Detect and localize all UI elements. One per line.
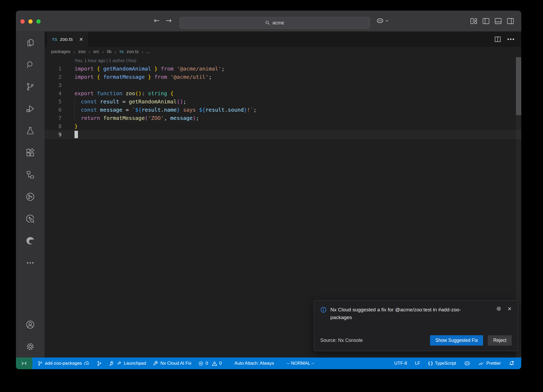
show-suggested-fix-button[interactable]: Show Suggested Fix: [430, 335, 483, 346]
gitlens-blame-annotation[interactable]: You, 1 hour ago | 1 author (You): [45, 56, 521, 65]
code-line-8[interactable]: 8}: [45, 122, 521, 130]
code-text: [62, 81, 75, 89]
nx-cloud-ai-fix-status[interactable]: Nx Cloud AI Fix: [153, 361, 191, 366]
notification-close-icon[interactable]: ✕: [507, 306, 512, 312]
line-number: 2: [45, 73, 62, 81]
line-number: 1: [45, 65, 62, 73]
command-center-text: acme: [272, 20, 284, 26]
toggle-primary-sidebar-icon[interactable]: [483, 18, 489, 24]
toggle-secondary-sidebar-icon[interactable]: [507, 18, 514, 24]
navigate-back-button[interactable]: ←: [154, 16, 160, 24]
close-window-button[interactable]: [20, 19, 25, 24]
indent-guide: [75, 98, 75, 122]
chevron-right-icon: ›: [102, 49, 104, 55]
code-line-4[interactable]: 4export function zoo(): string {: [45, 89, 521, 98]
extensions-icon[interactable]: [16, 142, 45, 164]
braces-icon: { }: [428, 361, 433, 366]
notifications-bell-icon[interactable]: [509, 361, 514, 366]
customize-layout-icon[interactable]: [470, 18, 477, 24]
code-line-1[interactable]: 1import { getRandomAnimal } from '@acme/…: [45, 65, 521, 73]
line-number: 8: [45, 122, 62, 130]
commit-graph-status[interactable]: [97, 361, 102, 366]
testing-icon[interactable]: [16, 120, 45, 142]
copilot-icon[interactable]: [376, 18, 384, 24]
window-controls: [20, 19, 41, 24]
copilot-icon: [464, 361, 470, 366]
editor-scrollbar-thumb[interactable]: [516, 57, 521, 115]
remote-indicator[interactable]: [16, 358, 32, 369]
navigate-forward-button[interactable]: →: [166, 16, 172, 24]
launchpad-status[interactable]: Launchpad: [109, 361, 146, 366]
typescript-file-icon: TS: [119, 50, 124, 54]
notification-source: Source: Nx Console: [320, 338, 363, 343]
problems-status[interactable]: 0 0: [198, 361, 222, 366]
source-control-icon[interactable]: [16, 76, 45, 98]
plug-icon: [116, 361, 122, 366]
formatter-status[interactable]: Prettier: [478, 361, 501, 366]
code-line-5[interactable]: 5 const result = getRandomAnimal();: [45, 98, 521, 106]
git-branch-status[interactable]: add-zoo-packages: [38, 361, 90, 366]
toggle-panel-icon[interactable]: [495, 18, 502, 24]
nx-console-icon[interactable]: [16, 186, 45, 208]
copilot-status[interactable]: [464, 361, 470, 366]
breadcrumb-symbol-ellipsis[interactable]: ...: [146, 49, 150, 54]
breadcrumbs: packages › zoo › src › lib › TS zoo.ts ›…: [45, 47, 521, 56]
errors-icon: [198, 361, 203, 366]
language-mode-status[interactable]: { } TypeScript: [428, 361, 456, 366]
breadcrumb-file[interactable]: zoo.ts: [126, 49, 138, 54]
run-debug-icon[interactable]: [16, 98, 45, 120]
breadcrumb-lib[interactable]: lib: [107, 49, 111, 54]
hierarchy-view-icon[interactable]: [16, 164, 45, 186]
chevron-right-icon: ›: [115, 49, 116, 55]
split-editor-icon[interactable]: [494, 36, 501, 42]
accounts-icon[interactable]: [16, 313, 45, 336]
activity-bar: [16, 32, 45, 358]
chevron-down-icon[interactable]: [385, 20, 389, 22]
code-lines: 1import { getRandomAnimal } from '@acme/…: [45, 65, 521, 139]
code-text: const result = getRandomAnimal();: [62, 98, 186, 106]
notification-toast: Nx Cloud suggested a fix for @acme/zoo:t…: [314, 300, 518, 351]
code-text: return formatMessage('ZOO', message);: [62, 114, 199, 122]
code-text: import { getRandomAnimal } from '@acme/a…: [62, 65, 225, 73]
explorer-icon[interactable]: [16, 32, 45, 54]
search-icon: [265, 20, 270, 25]
command-center[interactable]: acme: [179, 17, 370, 29]
tab-close-icon[interactable]: ✕: [79, 36, 83, 42]
line-number: 3: [45, 81, 62, 89]
breadcrumb-src[interactable]: src: [93, 49, 99, 54]
chevron-right-icon: ›: [88, 49, 90, 55]
encoding-status[interactable]: UTF-8: [394, 361, 407, 366]
warnings-icon: [212, 361, 217, 366]
code-text: [62, 130, 78, 139]
line-number: 4: [45, 89, 62, 98]
title-bar: ← → acme: [16, 11, 521, 32]
code-line-2[interactable]: 2import { formatMessage } from '@acme/ut…: [45, 73, 521, 81]
code-line-7[interactable]: 7 return formatMessage('ZOO', message);: [45, 114, 521, 122]
eol-status[interactable]: LF: [415, 361, 420, 366]
code-line-9[interactable]: 9: [45, 130, 521, 139]
line-number: 6: [45, 106, 62, 114]
additional-views-icon[interactable]: [16, 252, 45, 274]
search-view-icon[interactable]: [16, 54, 45, 76]
reject-button[interactable]: Reject: [488, 335, 512, 346]
double-check-icon: [478, 361, 484, 366]
line-number: 5: [45, 98, 62, 106]
nx-project-graph-icon[interactable]: [16, 208, 45, 230]
code-line-3[interactable]: 3: [45, 81, 521, 89]
wrench-icon: [153, 361, 158, 366]
tab-zoo-ts[interactable]: TS zoo.ts ✕: [47, 32, 88, 47]
breadcrumb-zoo[interactable]: zoo: [78, 49, 85, 54]
edge-tools-icon[interactable]: [16, 230, 45, 252]
zoom-window-button[interactable]: [36, 19, 41, 24]
breadcrumb-packages[interactable]: packages: [51, 49, 71, 54]
editor-cursor: [75, 131, 78, 138]
vscode-window: ← → acme: [16, 11, 521, 369]
auto-attach-status[interactable]: Auto Attach: Always: [234, 361, 274, 366]
vim-mode-status[interactable]: -- NORMAL --: [287, 361, 314, 366]
editor-actions-more-icon[interactable]: •••: [507, 38, 515, 41]
code-line-6[interactable]: 6 const message = `${result.name} says $…: [45, 106, 521, 114]
settings-gear-icon[interactable]: [16, 336, 45, 358]
publish-cloud-icon: [84, 361, 90, 366]
minimize-window-button[interactable]: [28, 19, 33, 24]
notification-settings-gear-icon[interactable]: [496, 306, 502, 312]
